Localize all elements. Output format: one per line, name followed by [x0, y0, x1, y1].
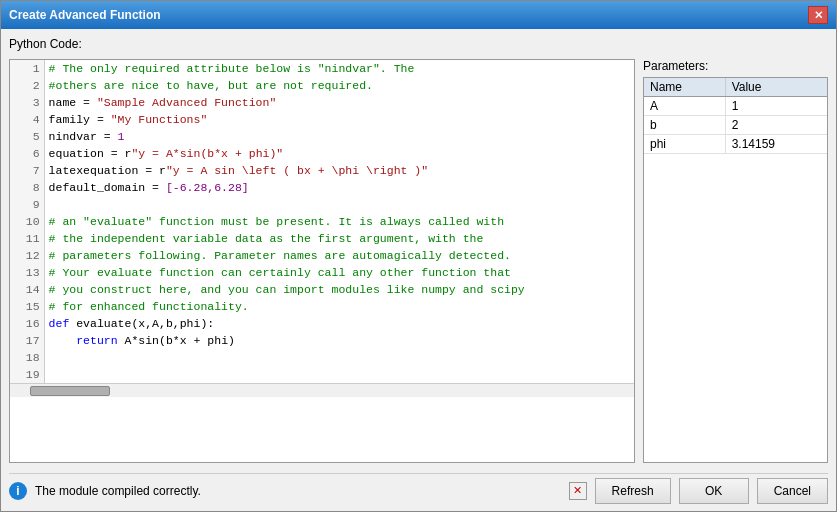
code-line-row: 5nindvar = 1: [10, 128, 634, 145]
code-line-row: 6equation = r"y = A*sin(b*x + phi)": [10, 145, 634, 162]
close-button[interactable]: ✕: [808, 6, 828, 24]
title-bar: Create Advanced Function ✕: [1, 1, 836, 29]
code-line-row: 17 return A*sin(b*x + phi): [10, 332, 634, 349]
line-number: 17: [10, 332, 44, 349]
param-value: 2: [725, 116, 827, 135]
line-number: 9: [10, 196, 44, 213]
param-value: 1: [725, 97, 827, 116]
code-line-row: 10# an "evaluate" function must be prese…: [10, 213, 634, 230]
param-name: b: [644, 116, 725, 135]
window-title: Create Advanced Function: [9, 8, 161, 22]
col-name-header: Name: [644, 78, 725, 97]
window-body: Python Code: 1# The only required attrib…: [1, 29, 836, 511]
cancel-button[interactable]: Cancel: [757, 478, 828, 504]
line-number: 8: [10, 179, 44, 196]
code-line-row: 11# the independent variable data as the…: [10, 230, 634, 247]
code-line-row: 2#others are nice to have, but are not r…: [10, 77, 634, 94]
line-content: # parameters following. Parameter names …: [44, 247, 634, 264]
line-number: 10: [10, 213, 44, 230]
code-line-row: 7latexequation = r"y = A sin \left ( bx …: [10, 162, 634, 179]
line-content: family = "My Functions": [44, 111, 634, 128]
code-editor[interactable]: 1# The only required attribute below is …: [9, 59, 635, 463]
param-row: b2: [644, 116, 827, 135]
code-line-row: 12# parameters following. Parameter name…: [10, 247, 634, 264]
line-content: [44, 349, 634, 366]
params-label: Parameters:: [643, 59, 828, 73]
line-number: 16: [10, 315, 44, 332]
params-table: Name Value A1b2phi3.14159: [644, 78, 827, 154]
scroll-thumb[interactable]: [30, 386, 110, 396]
param-row: A1: [644, 97, 827, 116]
code-line-row: 1# The only required attribute below is …: [10, 60, 634, 77]
error-icon-button[interactable]: ✕: [569, 482, 587, 500]
param-name: A: [644, 97, 725, 116]
line-content: # the independent variable data as the f…: [44, 230, 634, 247]
param-value: 3.14159: [725, 135, 827, 154]
info-icon: i: [9, 482, 27, 500]
line-number: 5: [10, 128, 44, 145]
params-panel: Parameters: Name Value A1b2phi3.14159: [643, 59, 828, 463]
line-content: name = "Sample Advanced Function": [44, 94, 634, 111]
line-number: 19: [10, 366, 44, 383]
line-content: equation = r"y = A*sin(b*x + phi)": [44, 145, 634, 162]
line-content: latexequation = r"y = A sin \left ( bx +…: [44, 162, 634, 179]
line-content: [44, 196, 634, 213]
line-number: 6: [10, 145, 44, 162]
line-content: #others are nice to have, but are not re…: [44, 77, 634, 94]
line-content: def evaluate(x,A,b,phi):: [44, 315, 634, 332]
line-content: return A*sin(b*x + phi): [44, 332, 634, 349]
line-number: 1: [10, 60, 44, 77]
main-content: 1# The only required attribute below is …: [9, 59, 828, 463]
code-line-row: 15# for enhanced functionality.: [10, 298, 634, 315]
line-number: 2: [10, 77, 44, 94]
code-line-row: 16def evaluate(x,A,b,phi):: [10, 315, 634, 332]
line-number: 12: [10, 247, 44, 264]
line-number: 13: [10, 264, 44, 281]
param-row: phi3.14159: [644, 135, 827, 154]
line-number: 7: [10, 162, 44, 179]
param-name: phi: [644, 135, 725, 154]
line-number: 14: [10, 281, 44, 298]
code-line-row: 18: [10, 349, 634, 366]
status-bar: i The module compiled correctly. ✕ Refre…: [9, 473, 828, 503]
line-content: # Your evaluate function can certainly c…: [44, 264, 634, 281]
line-content: [44, 366, 634, 383]
python-code-label: Python Code:: [9, 37, 828, 51]
line-content: default_domain = [-6.28,6.28]: [44, 179, 634, 196]
code-line-row: 19: [10, 366, 634, 383]
main-window: Create Advanced Function ✕ Python Code: …: [0, 0, 837, 512]
line-content: # The only required attribute below is "…: [44, 60, 634, 77]
code-line-row: 4family = "My Functions": [10, 111, 634, 128]
line-content: nindvar = 1: [44, 128, 634, 145]
code-line-row: 3name = "Sample Advanced Function": [10, 94, 634, 111]
refresh-button[interactable]: Refresh: [595, 478, 671, 504]
line-content: # for enhanced functionality.: [44, 298, 634, 315]
line-number: 3: [10, 94, 44, 111]
line-number: 4: [10, 111, 44, 128]
code-line-row: 8default_domain = [-6.28,6.28]: [10, 179, 634, 196]
line-number: 15: [10, 298, 44, 315]
line-number: 11: [10, 230, 44, 247]
horizontal-scrollbar[interactable]: [10, 383, 634, 397]
col-value-header: Value: [725, 78, 827, 97]
status-message: The module compiled correctly.: [35, 484, 561, 498]
code-table: 1# The only required attribute below is …: [10, 60, 634, 383]
code-line-row: 13# Your evaluate function can certainly…: [10, 264, 634, 281]
params-table-wrap: Name Value A1b2phi3.14159: [643, 77, 828, 463]
line-content: # you construct here, and you can import…: [44, 281, 634, 298]
line-number: 18: [10, 349, 44, 366]
code-line-row: 14# you construct here, and you can impo…: [10, 281, 634, 298]
code-line-row: 9: [10, 196, 634, 213]
ok-button[interactable]: OK: [679, 478, 749, 504]
line-content: # an "evaluate" function must be present…: [44, 213, 634, 230]
